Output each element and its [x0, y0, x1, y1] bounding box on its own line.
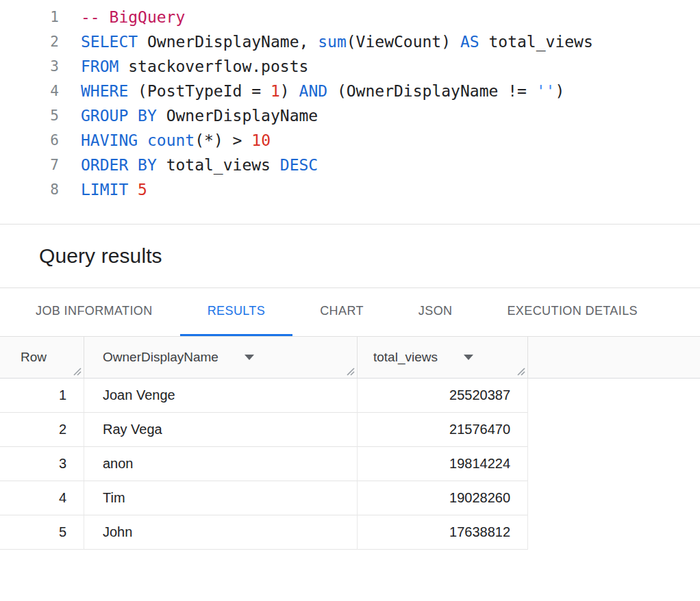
code-token-plain: OwnerDisplayName,	[138, 33, 318, 51]
sort-dropdown-icon[interactable]	[464, 355, 473, 360]
code-token-plain: OwnerDisplayName	[157, 107, 318, 125]
code-token-plain: total_views	[479, 33, 593, 51]
line-number: 1	[0, 5, 59, 29]
code-token-plain: )	[280, 82, 299, 100]
code-line[interactable]: 5GROUP BY OwnerDisplayName	[0, 103, 700, 128]
code-line[interactable]: 7ORDER BY total_views DESC	[0, 153, 700, 177]
column-header-label: total_views	[373, 350, 438, 365]
tab-label: JOB INFORMATION	[36, 304, 153, 318]
row-number-cell: 4	[0, 481, 84, 515]
tab-json[interactable]: JSON	[391, 288, 480, 336]
column-header-label: Row	[21, 350, 47, 365]
column-header-filler	[528, 337, 700, 379]
code-text: HAVING count(*) > 10	[59, 128, 271, 153]
line-number: 5	[0, 103, 59, 128]
owner-name-cell: anon	[84, 447, 358, 481]
owner-name-cell: Joan Venge	[84, 379, 358, 413]
tab-label: RESULTS	[208, 304, 266, 318]
column-header-total_views[interactable]: total_views	[358, 337, 528, 379]
code-text: SELECT OwnerDisplayName, sum(ViewCount) …	[59, 29, 593, 54]
code-token-plain: (ViewCount)	[347, 33, 460, 51]
total-views-cell: 25520387	[358, 379, 528, 413]
column-header-ownerdisplayname[interactable]: OwnerDisplayName	[84, 337, 358, 379]
code-token-plain	[138, 131, 147, 149]
line-number: 4	[0, 79, 59, 103]
tab-label: JSON	[418, 304, 453, 318]
query-results-header: Query results	[0, 225, 700, 288]
code-token-number: 1	[271, 82, 280, 100]
code-line[interactable]: 6HAVING count(*) > 10	[0, 128, 700, 153]
tab-results[interactable]: RESULTS	[180, 288, 293, 336]
code-token-keyword: WHERE	[81, 82, 128, 100]
code-token-keyword: DESC	[280, 156, 318, 174]
code-token-plain: total_views	[157, 156, 280, 174]
total-views-cell: 21576470	[358, 413, 528, 447]
tab-execution-details[interactable]: EXECUTION DETAILS	[479, 288, 665, 336]
row-number-cell: 2	[0, 413, 84, 447]
row-filler-cell	[528, 413, 700, 447]
total-views-cell: 19028260	[358, 481, 528, 515]
owner-name-cell: Tim	[84, 481, 358, 515]
code-token-keyword: HAVING	[81, 131, 138, 149]
row-filler-cell	[528, 515, 700, 550]
sql-editor[interactable]: 1-- BigQuery2SELECT OwnerDisplayName, su…	[0, 0, 700, 225]
code-text: ORDER BY total_views DESC	[59, 153, 318, 177]
row-number-cell: 3	[0, 447, 84, 481]
results-tabbar: JOB INFORMATIONRESULTSCHARTJSONEXECUTION…	[0, 288, 700, 337]
code-token-plain: (OwnerDisplayName !=	[327, 82, 536, 100]
tab-label: EXECUTION DETAILS	[507, 304, 638, 318]
query-results-title: Query results	[39, 244, 162, 268]
code-token-keyword: count	[147, 131, 195, 149]
code-token-comment: -- BigQuery	[81, 8, 185, 26]
code-token-plain: )	[555, 82, 564, 100]
sort-dropdown-icon[interactable]	[245, 355, 254, 360]
code-text: WHERE (PostTypeId = 1) AND (OwnerDisplay…	[59, 79, 564, 103]
tab-chart[interactable]: CHART	[292, 288, 391, 336]
code-lines: 1-- BigQuery2SELECT OwnerDisplayName, su…	[0, 5, 700, 202]
owner-name-cell: Ray Vega	[84, 413, 358, 447]
code-token-keyword: GROUP BY	[81, 107, 157, 125]
code-token-plain: stackoverflow.posts	[118, 57, 308, 75]
line-number: 8	[0, 177, 59, 202]
row-filler-cell	[528, 481, 700, 515]
line-number: 2	[0, 29, 59, 54]
code-line[interactable]: 8LIMIT 5	[0, 177, 700, 202]
line-number: 7	[0, 153, 59, 177]
code-token-keyword: LIMIT	[81, 181, 128, 199]
total-views-cell: 17638812	[358, 515, 528, 550]
code-line[interactable]: 2SELECT OwnerDisplayName, sum(ViewCount)…	[0, 29, 700, 54]
code-token-string: ''	[536, 82, 555, 100]
code-text: LIMIT 5	[59, 177, 147, 202]
tab-label: CHART	[320, 304, 364, 318]
line-number: 6	[0, 128, 59, 153]
row-number-cell: 1	[0, 379, 84, 413]
code-token-plain	[128, 181, 138, 199]
code-text: GROUP BY OwnerDisplayName	[59, 103, 318, 128]
tab-job-information[interactable]: JOB INFORMATION	[8, 288, 180, 336]
total-views-cell: 19814224	[358, 447, 528, 481]
code-token-keyword: AND	[299, 82, 328, 100]
code-token-number: 10	[251, 131, 271, 149]
row-filler-cell	[528, 447, 700, 481]
code-token-plain: (PostTypeId =	[128, 82, 271, 100]
code-line[interactable]: 1-- BigQuery	[0, 5, 700, 29]
results-table: RowOwnerDisplayNametotal_views1Joan Veng…	[0, 337, 700, 550]
code-token-keyword: FROM	[81, 57, 118, 75]
row-number-cell: 5	[0, 515, 84, 550]
code-token-keyword: ORDER BY	[81, 156, 157, 174]
code-token-keyword: sum	[318, 33, 347, 51]
line-number: 3	[0, 54, 59, 79]
row-filler-cell	[528, 379, 700, 413]
code-token-number: 5	[138, 181, 147, 199]
column-header-row[interactable]: Row	[0, 337, 84, 379]
column-header-label: OwnerDisplayName	[103, 350, 218, 365]
code-text: -- BigQuery	[59, 5, 185, 29]
code-token-plain: (*) >	[195, 131, 251, 149]
code-line[interactable]: 4WHERE (PostTypeId = 1) AND (OwnerDispla…	[0, 79, 700, 103]
code-token-keyword: SELECT	[81, 33, 138, 51]
code-line[interactable]: 3FROM stackoverflow.posts	[0, 54, 700, 79]
code-token-keyword: AS	[460, 33, 479, 51]
owner-name-cell: John	[84, 515, 358, 550]
code-text: FROM stackoverflow.posts	[59, 54, 308, 79]
